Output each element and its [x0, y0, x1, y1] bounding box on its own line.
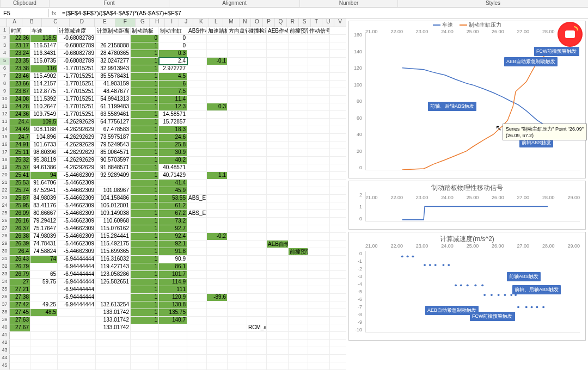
- svg-point-22: [536, 306, 538, 309]
- svg-point-6: [442, 264, 444, 266]
- svg-point-23: [542, 306, 544, 309]
- chart-callout: AEB自动紧急制动触发: [504, 57, 558, 66]
- chart3-yaxis: 0-1-2-3-4-5-6-7-8-9-10: [349, 251, 364, 332]
- formula-input[interactable]: [59, 9, 588, 17]
- svg-point-3: [424, 264, 426, 266]
- charts-pane: 车速 制动主缸压力 160140120100806040200 21.0022.…: [346, 19, 588, 376]
- chart-speed-pressure[interactable]: 车速 制动主缸压力 160140120100806040200 21.0022.…: [348, 21, 586, 178]
- fx-icon: fx: [49, 10, 59, 16]
- svg-point-13: [483, 294, 486, 296]
- svg-point-5: [434, 264, 437, 266]
- svg-point-16: [504, 294, 506, 296]
- svg-point-19: [517, 306, 519, 309]
- chart-deceleration[interactable]: 计算减速度(m/s^2) 21.0022.0023.0024.0025.0026…: [348, 232, 586, 341]
- svg-point-2: [412, 255, 414, 257]
- spreadsheet[interactable]: ABCDEFGHIJKLMNOPQRSTUV 1时间车速计算减速度计算制动距离制…: [0, 19, 346, 376]
- svg-point-12: [481, 284, 483, 286]
- svg-point-15: [498, 294, 500, 296]
- chart-callout: FCW前撞预警触发: [534, 47, 579, 56]
- svg-point-9: [460, 284, 462, 286]
- cursor-icon: ↖: [495, 124, 502, 132]
- chart2-yaxis: 210: [349, 192, 364, 221]
- chart-callout: FCW前撞预警触发: [470, 312, 515, 321]
- name-box[interactable]: F5: [0, 9, 49, 17]
- svg-point-20: [525, 306, 528, 309]
- chart-callout: 前轴、后轴ABS触发: [428, 102, 476, 111]
- formula-bar-row: F5 fx: [0, 8, 588, 19]
- chart-pedal-signal[interactable]: 制动踏板物理性移动信号 210 21.0022.0023.0024.0025.0…: [348, 181, 586, 230]
- svg-point-4: [429, 264, 431, 266]
- chart1-yaxis: 160140120100806040200: [349, 32, 364, 170]
- svg-point-8: [455, 284, 457, 286]
- chart-callout: 前轴ABS触发: [507, 272, 541, 281]
- chart-tooltip: Series "制动主缸压力" Point "26.09"(26.09, 67.…: [503, 124, 587, 140]
- svg-point-21: [531, 306, 533, 309]
- svg-point-1: [407, 255, 409, 257]
- svg-point-14: [491, 294, 493, 296]
- svg-point-0: [401, 255, 403, 257]
- svg-point-10: [467, 284, 469, 286]
- chart2-plot: [365, 192, 580, 221]
- grid[interactable]: 1时间车速计算减速度计算制动距离制动踏板制动主缸ABS作动加速踏板方向盘转碰撞检…: [0, 27, 346, 376]
- chart-callout: 前轴、后轴ABS触发: [512, 285, 561, 294]
- ribbon-group-labels: ClipboardFontAlignmentNumberStyles: [0, 0, 588, 8]
- svg-point-11: [474, 284, 476, 286]
- svg-point-7: [448, 264, 450, 266]
- column-headers: ABCDEFGHIJKLMNOPQRSTUV: [0, 19, 346, 27]
- chart3-xaxis-top: 21.0022.0023.0024.0025.0026.0027.0028.00…: [349, 243, 585, 250]
- weibo-logo: [558, 22, 583, 47]
- chart1-legend: 车速 制动主缸压力: [349, 21, 585, 29]
